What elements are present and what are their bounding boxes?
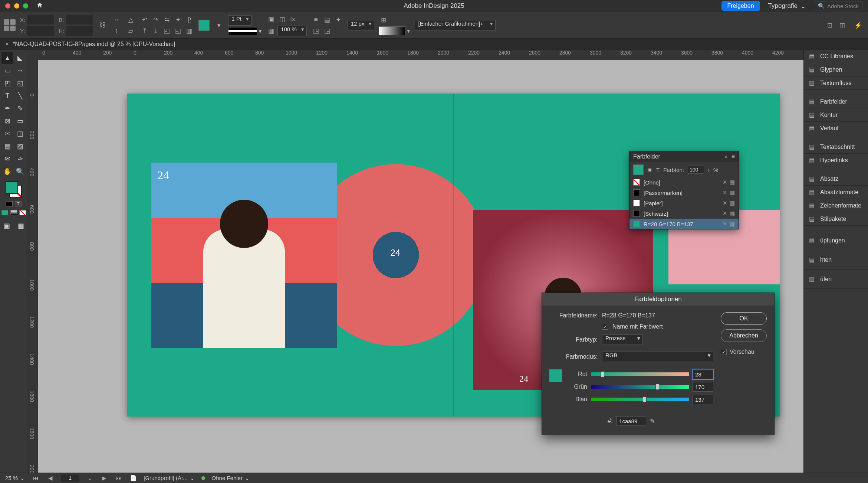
quick-apply-icon[interactable]: ⚡ bbox=[854, 22, 862, 29]
minimize-icon[interactable] bbox=[14, 3, 19, 9]
free-transform-tool[interactable]: ◫ bbox=[14, 128, 26, 140]
object-style-dropdown[interactable]: [Einfacher Grafikrahmen]+ bbox=[415, 20, 496, 30]
adobe-stock-search[interactable]: 🔍 Adobe Stock bbox=[814, 1, 863, 10]
corner-icon[interactable]: ◳ bbox=[311, 26, 321, 36]
select-content-icon[interactable]: ◱ bbox=[173, 26, 183, 36]
text-target-icon[interactable]: T bbox=[656, 167, 660, 173]
document-tab-label[interactable]: *NAO-QUAD-POST-IG-8Pages.indd @ 25 % [GP… bbox=[13, 41, 175, 48]
workspace-dropdown[interactable]: Typografie ⌄ bbox=[768, 2, 806, 10]
name-with-value-checkbox[interactable]: ✓ bbox=[602, 324, 608, 330]
corner2-icon[interactable]: ◲ bbox=[322, 26, 332, 36]
flip-both-icon[interactable]: ✦ bbox=[173, 15, 183, 25]
next-page-icon[interactable]: ▶ bbox=[101, 475, 108, 482]
blue-slider[interactable] bbox=[591, 398, 689, 401]
flip-v-icon[interactable]: ⤒ bbox=[140, 26, 149, 36]
share-button[interactable]: Freigeben bbox=[721, 1, 760, 11]
bridge-icon[interactable]: ◫ bbox=[838, 20, 847, 30]
apply-color-icon[interactable] bbox=[6, 201, 13, 206]
scale-y-icon[interactable]: ↕ bbox=[112, 26, 121, 36]
color-type-dropdown[interactable]: Prozess bbox=[602, 334, 643, 345]
selection-tool[interactable]: ▲ bbox=[1, 52, 13, 64]
preflight-profile-dropdown[interactable]: [Grundprofil] (Ar...⌄ bbox=[144, 475, 194, 482]
swatch-row[interactable]: [Schwarz]✕▦ bbox=[629, 208, 739, 219]
y-input[interactable] bbox=[27, 26, 54, 36]
stroke-weight-input[interactable]: 1 Pt bbox=[228, 15, 251, 26]
apply-gradient-icon[interactable] bbox=[10, 210, 17, 215]
view-mode-normal-icon[interactable]: ▣ bbox=[1, 220, 13, 232]
eyedropper-icon[interactable]: ✎ bbox=[650, 417, 655, 425]
panel-menu-icon[interactable]: ≡ bbox=[731, 153, 735, 160]
stroke-style-dropdown[interactable] bbox=[228, 27, 257, 35]
first-page-icon[interactable]: ⏮ bbox=[32, 475, 40, 481]
green-slider[interactable] bbox=[591, 385, 689, 389]
open-icon[interactable]: 📄 bbox=[130, 475, 137, 482]
page-menu-icon[interactable]: ⌄ bbox=[86, 475, 94, 482]
swatches-panel-header[interactable]: Farbfelder » ≡ bbox=[629, 151, 739, 162]
panel-tab-partial[interactable]: ▤üpfungen bbox=[804, 231, 868, 250]
vertical-ruler[interactable]: 0200400600800100012001400160018002000 bbox=[27, 60, 38, 473]
panel-tab-verlauf[interactable]: ▤Verlauf bbox=[804, 122, 868, 135]
content-collector-tool[interactable]: ◰ bbox=[1, 77, 13, 89]
wrap-shape-icon[interactable]: ✦ bbox=[333, 15, 343, 25]
h-input[interactable] bbox=[66, 26, 93, 36]
panel-tab-absatzformate[interactable]: ▤Absatzformate bbox=[804, 186, 868, 199]
ok-button[interactable]: OK bbox=[721, 312, 767, 325]
panel-tab-textabschnitt[interactable]: ▤Textabschnitt bbox=[804, 140, 868, 154]
pencil-tool[interactable]: ✎ bbox=[14, 102, 26, 114]
fill-stroke-toggle[interactable] bbox=[6, 181, 22, 198]
swatch-row[interactable]: R=28 G=170 B=137✕▦ bbox=[629, 219, 739, 229]
red-slider[interactable] bbox=[591, 372, 689, 376]
panel-tab-zeichenformate[interactable]: ▤Zeichenformate bbox=[804, 199, 868, 212]
fill-color-icon[interactable] bbox=[6, 181, 18, 194]
hex-input[interactable] bbox=[617, 416, 646, 426]
pen-tool[interactable]: ✒ bbox=[1, 102, 13, 114]
autofit-icon[interactable]: ▣ bbox=[266, 14, 276, 24]
panel-tab-kontur[interactable]: ▤Kontur bbox=[804, 108, 868, 122]
rotate-cw-icon[interactable]: ↷ bbox=[151, 15, 161, 25]
note-tool[interactable]: ✉ bbox=[1, 153, 13, 165]
close-icon[interactable] bbox=[5, 3, 10, 9]
gradient-swatch-tool[interactable]: ▦ bbox=[1, 140, 13, 152]
preflight-errors-dropdown[interactable]: Ohne Fehler⌄ bbox=[212, 475, 250, 482]
cancel-button[interactable]: Abbrechen bbox=[721, 329, 767, 342]
dotted-p2-icon[interactable]: ▥ bbox=[184, 26, 194, 36]
rectangle-tool[interactable]: ▭ bbox=[14, 115, 26, 127]
album-cover-artwork[interactable] bbox=[151, 163, 337, 348]
chevron-down-icon[interactable]: ▾ bbox=[259, 27, 262, 35]
wrap-bound-icon[interactable]: ▤ bbox=[322, 15, 332, 25]
apply-last-color-icon[interactable] bbox=[1, 210, 8, 215]
rotate-input-icon[interactable]: △ bbox=[126, 15, 135, 25]
page-input[interactable] bbox=[61, 474, 79, 482]
select-container-icon[interactable]: ◰ bbox=[162, 26, 172, 36]
fill-target-icon[interactable]: ▣ bbox=[647, 166, 652, 173]
constrain-icon[interactable]: ⛓ bbox=[98, 20, 107, 30]
panel-tab-glyphen[interactable]: ▤Glyphen bbox=[804, 63, 868, 76]
zoom-dropdown[interactable]: 25 %⌄ bbox=[5, 475, 25, 482]
panel-tab-farbfelder[interactable]: ▤Farbfelder bbox=[804, 95, 868, 108]
rectangle-frame-tool[interactable]: ⊠ bbox=[1, 115, 13, 127]
last-page-icon[interactable]: ⏭ bbox=[115, 475, 123, 481]
maximize-icon[interactable] bbox=[23, 3, 28, 9]
flip-v2-icon[interactable]: ⤓ bbox=[151, 26, 161, 36]
align-panel-icon[interactable]: ⊡ bbox=[825, 20, 835, 30]
scale-x-icon[interactable]: ↔ bbox=[112, 15, 121, 25]
fit-frame-icon[interactable]: ◫ bbox=[277, 14, 287, 24]
panel-tab-absatz[interactable]: ▤Absatz bbox=[804, 172, 868, 186]
eyedropper-tool[interactable]: ✑ bbox=[14, 153, 26, 165]
color-mode-dropdown[interactable]: RGB bbox=[602, 352, 713, 362]
shear-input-icon[interactable]: ▱ bbox=[126, 26, 135, 36]
scissors-tool[interactable]: ✂ bbox=[1, 128, 13, 140]
red-input[interactable] bbox=[693, 369, 713, 379]
swatch-row[interactable]: [Passermarken]✕▦ bbox=[629, 187, 739, 198]
gap-tool[interactable]: ↔ bbox=[14, 65, 26, 76]
view-mode-preview-icon[interactable]: ▦ bbox=[15, 220, 27, 232]
chevron-down-icon[interactable]: ▾ bbox=[407, 27, 410, 35]
panel-tab-partial[interactable]: ▤hten bbox=[804, 250, 868, 270]
opacity-icon[interactable]: ▦ bbox=[266, 26, 276, 36]
home-icon[interactable] bbox=[36, 2, 43, 10]
panel-tab-cc libraries[interactable]: ▤CC Libraries bbox=[804, 50, 868, 63]
reference-point-icon[interactable] bbox=[4, 19, 16, 31]
zoom-tool[interactable]: 🔍 bbox=[14, 166, 26, 177]
flip-h-icon[interactable]: ⇋ bbox=[162, 15, 172, 25]
panel-tab-stilpakete[interactable]: ▤Stilpakete bbox=[804, 212, 868, 226]
